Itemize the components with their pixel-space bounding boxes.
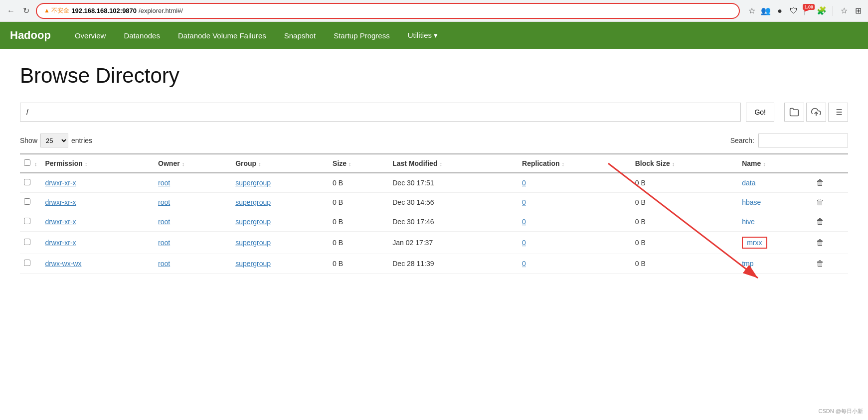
entries-select[interactable]: 25 50 100 xyxy=(40,134,68,147)
back-button[interactable]: ← xyxy=(5,5,17,17)
cell-name[interactable]: hive xyxy=(738,212,812,232)
row-checkbox[interactable] xyxy=(24,198,30,205)
col-group-header[interactable]: Group↕ xyxy=(231,154,329,173)
search-label: Search: xyxy=(730,137,754,144)
table-row: drwx-wx-wx root supergroup 0 B Dec 28 11… xyxy=(20,254,848,274)
extension-icon[interactable]: 🧩 xyxy=(817,6,827,16)
cell-check[interactable] xyxy=(20,232,41,254)
table-row: drwxr-xr-x root supergroup 0 B Jan 02 17… xyxy=(20,232,848,254)
search-box: Search: xyxy=(730,134,848,147)
search-input[interactable] xyxy=(758,134,848,147)
cell-permission: drwx-wx-wx xyxy=(41,254,154,274)
navbar-brand[interactable]: Hadoop xyxy=(10,29,51,42)
directory-table: ↕ Permission↕ Owner↕ Group↕ Size↕ xyxy=(20,153,848,274)
col-block-size-header[interactable]: Block Size↕ xyxy=(631,154,738,173)
people-icon[interactable]: 👥 xyxy=(761,6,771,16)
cell-check[interactable] xyxy=(20,173,41,193)
table-row: drwxr-xr-x root supergroup 0 B Dec 30 17… xyxy=(20,173,848,193)
row-checkbox[interactable] xyxy=(24,260,30,266)
cell-replication[interactable]: 0 xyxy=(518,212,631,232)
row-checkbox[interactable] xyxy=(24,218,30,224)
col-last-modified-header[interactable]: Last Modified↕ xyxy=(388,154,518,173)
cell-size: 0 B xyxy=(329,212,388,232)
nav-utilities[interactable]: Utilities ▾ xyxy=(399,23,447,48)
cell-permission: drwxr-xr-x xyxy=(41,193,154,212)
cell-owner: root xyxy=(154,212,231,232)
cell-group: supergroup xyxy=(231,254,329,274)
navbar: Hadoop Overview Datanodes Datanode Volum… xyxy=(0,22,868,49)
face-icon[interactable]: ● xyxy=(775,6,785,16)
table-row: drwxr-xr-x root supergroup 0 B Dec 30 17… xyxy=(20,212,848,232)
address-ip-port: 192.168.168.102:9870 xyxy=(71,7,137,14)
entries-suffix: entries xyxy=(71,137,92,144)
path-input[interactable] xyxy=(20,103,741,122)
cell-size: 0 B xyxy=(329,254,388,274)
flag-icon[interactable]: 🚩 1.00 xyxy=(803,6,813,16)
refresh-button[interactable]: ↻ xyxy=(20,5,32,17)
table-controls: Show 25 50 100 entries Search: xyxy=(20,134,848,147)
cell-size: 0 B xyxy=(329,173,388,193)
cell-name[interactable]: hbase xyxy=(738,193,812,212)
nav-snapshot[interactable]: Snapshot xyxy=(275,23,325,48)
cell-delete[interactable]: 🗑 xyxy=(812,232,848,254)
row-checkbox[interactable] xyxy=(24,239,30,245)
nav-buttons: ← ↻ xyxy=(5,5,32,17)
cell-replication[interactable]: 0 xyxy=(518,254,631,274)
browser-actions: ☆ 👥 ● 🛡 🚩 1.00 🧩 ☆ ⊞ xyxy=(747,6,863,16)
nav-datanode-volume-failures[interactable]: Datanode Volume Failures xyxy=(169,23,275,48)
cell-name[interactable]: tmp xyxy=(738,254,812,274)
cell-owner: root xyxy=(154,173,231,193)
cell-block-size: 0 B xyxy=(631,254,738,274)
list-icon-btn[interactable] xyxy=(828,103,848,122)
cell-delete[interactable]: 🗑 xyxy=(812,254,848,274)
cell-check[interactable] xyxy=(20,193,41,212)
cell-replication[interactable]: 0 xyxy=(518,232,631,254)
cell-owner: root xyxy=(154,232,231,254)
col-permission-header[interactable]: Permission↕ xyxy=(41,154,154,173)
col-name-header[interactable]: Name↕ xyxy=(738,154,812,173)
main-content: Browse Directory Go! xyxy=(0,49,868,288)
cell-check[interactable] xyxy=(20,254,41,274)
cell-block-size: 0 B xyxy=(631,193,738,212)
security-warning: ▲ 不安全 xyxy=(44,6,69,15)
nav-startup-progress[interactable]: Startup Progress xyxy=(325,23,399,48)
table-container: ↕ Permission↕ Owner↕ Group↕ Size↕ xyxy=(20,153,848,274)
cell-delete[interactable]: 🗑 xyxy=(812,173,848,193)
cell-name[interactable]: data xyxy=(738,173,812,193)
address-bar[interactable]: ▲ 不安全 192.168.168.102:9870 /explorer.htm… xyxy=(36,3,740,19)
shield-icon[interactable]: 🛡 xyxy=(789,6,799,16)
cell-delete[interactable]: 🗑 xyxy=(812,193,848,212)
cell-size: 0 B xyxy=(329,232,388,254)
flag-badge: 1.00 xyxy=(803,4,815,10)
cell-owner: root xyxy=(154,193,231,212)
go-button[interactable]: Go! xyxy=(746,103,774,122)
cell-last-modified: Dec 28 11:39 xyxy=(388,254,518,274)
cell-delete[interactable]: 🗑 xyxy=(812,212,848,232)
page-title: Browse Directory xyxy=(20,64,848,88)
upload-icon-btn[interactable] xyxy=(806,103,826,122)
cell-replication[interactable]: 0 xyxy=(518,173,631,193)
nav-datanodes[interactable]: Datanodes xyxy=(115,23,169,48)
row-checkbox[interactable] xyxy=(24,179,30,185)
col-owner-header[interactable]: Owner↕ xyxy=(154,154,231,173)
bookmark-icon[interactable]: ☆ xyxy=(747,6,757,16)
col-size-header[interactable]: Size↕ xyxy=(329,154,388,173)
select-all-checkbox[interactable] xyxy=(24,159,30,166)
cell-name[interactable]: mrxx xyxy=(738,232,812,254)
cell-check[interactable] xyxy=(20,212,41,232)
cell-block-size: 0 B xyxy=(631,173,738,193)
cell-block-size: 0 B xyxy=(631,212,738,232)
cell-replication[interactable]: 0 xyxy=(518,193,631,212)
cell-last-modified: Dec 30 17:46 xyxy=(388,212,518,232)
folder-icon-btn[interactable] xyxy=(784,103,804,122)
star-icon[interactable]: ☆ xyxy=(839,6,849,16)
cell-last-modified: Dec 30 17:51 xyxy=(388,173,518,193)
cell-permission: drwxr-xr-x xyxy=(41,232,154,254)
cell-last-modified: Jan 02 17:37 xyxy=(388,232,518,254)
cell-owner: root xyxy=(154,254,231,274)
cell-block-size: 0 B xyxy=(631,232,738,254)
cell-group: supergroup xyxy=(231,193,329,212)
col-replication-header[interactable]: Replication↕ xyxy=(518,154,631,173)
nav-overview[interactable]: Overview xyxy=(66,23,115,48)
tab-icon[interactable]: ⊞ xyxy=(853,6,863,16)
